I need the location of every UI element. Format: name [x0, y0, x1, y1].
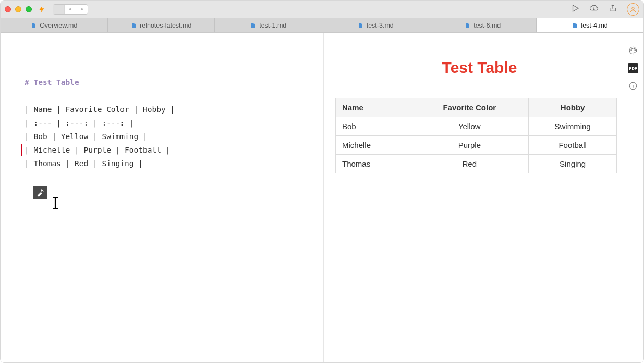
svg-point-1 [81, 8, 83, 10]
svg-point-5 [41, 189, 42, 190]
editor-line[interactable]: | Name | Favorite Color | Hobby | [25, 103, 302, 116]
bolt-icon[interactable] [38, 5, 45, 14]
view-mode-option-3[interactable] [76, 5, 88, 14]
svg-point-0 [69, 8, 71, 10]
tab-label: test-6.md [473, 22, 501, 29]
tab-label: Overview.md [40, 22, 77, 29]
svg-point-7 [632, 48, 633, 49]
editor-line[interactable]: | Bob | Yellow | Swimming | [25, 130, 302, 143]
preview-table: NameFavorite ColorHobby BobYellowSwimmin… [335, 98, 617, 173]
table-cell: Football [529, 136, 617, 155]
editor-heading-line[interactable]: # Test Table [25, 76, 302, 89]
view-mode-option-2[interactable] [65, 5, 76, 14]
view-mode-option-1[interactable] [53, 5, 65, 14]
table-cell: Bob [336, 117, 410, 136]
tab-test-1-md[interactable]: test-1.md [215, 18, 322, 32]
minimize-window-button[interactable] [15, 6, 21, 12]
palette-icon[interactable] [628, 45, 638, 56]
tab-label: test-3.md [367, 22, 394, 29]
table-header-cell: Name [336, 98, 410, 117]
magic-wand-icon[interactable] [33, 186, 47, 199]
editor-line[interactable]: | Thomas | Red | Singing | [25, 157, 302, 170]
table-cell: Thomas [336, 155, 410, 173]
table-cell: Singing [529, 155, 617, 173]
preview-title: Test Table [335, 59, 624, 82]
table-cell: Michelle [336, 136, 410, 155]
info-icon[interactable] [628, 81, 638, 91]
editor-line[interactable]: | Michelle | Purple | Football | [25, 143, 302, 157]
table-cell: Purple [410, 136, 529, 155]
close-window-button[interactable] [5, 6, 11, 12]
table-header-cell: Hobby [529, 98, 617, 117]
tab-label: relnotes-latest.md [140, 22, 191, 29]
pdf-export-icon[interactable]: PDF [628, 63, 638, 73]
editor-pane[interactable]: # Test Table | Name | Favorite Color | H… [1, 33, 324, 362]
svg-point-6 [631, 50, 632, 51]
table-row: BobYellowSwimming [336, 117, 617, 136]
text-cursor-icon [51, 196, 60, 210]
svg-point-9 [635, 50, 636, 51]
table-row: ThomasRedSinging [336, 155, 617, 173]
svg-point-8 [634, 48, 635, 49]
svg-point-2 [632, 7, 635, 9]
tab-relnotes-latest-md[interactable]: relnotes-latest.md [108, 18, 215, 32]
view-mode-segmented-control[interactable] [53, 4, 88, 15]
table-cell: Yellow [410, 117, 529, 136]
table-header-cell: Favorite Color [410, 98, 529, 117]
tab-label: test-4.md [581, 22, 608, 29]
tab-test-4-md[interactable]: test-4.md [537, 18, 644, 32]
svg-point-4 [43, 191, 43, 192]
table-cell: Swimming [529, 117, 617, 136]
cloud-download-icon[interactable] [589, 4, 599, 15]
tab-bar: Overview.mdrelnotes-latest.mdtest-1.mdte… [1, 18, 643, 33]
titlebar [1, 1, 643, 18]
table-row: MichellePurpleFootball [336, 136, 617, 155]
window-controls [5, 6, 32, 12]
preview-side-tools: PDF [628, 45, 638, 91]
svg-point-3 [42, 190, 43, 191]
tab-test-3-md[interactable]: test-3.md [322, 18, 430, 32]
run-icon[interactable] [570, 4, 580, 15]
tab-test-6-md[interactable]: test-6.md [429, 18, 537, 32]
table-cell: Red [410, 155, 529, 173]
preview-pane: Test Table NameFavorite ColorHobby BobYe… [324, 33, 643, 362]
tab-label: test-1.md [259, 22, 286, 29]
maximize-window-button[interactable] [26, 6, 32, 12]
account-avatar[interactable] [627, 3, 639, 16]
editor-line[interactable]: | :--- | :---: | :---: | [25, 116, 302, 130]
share-icon[interactable] [608, 4, 617, 15]
tab-overview-md[interactable]: Overview.md [1, 18, 108, 32]
